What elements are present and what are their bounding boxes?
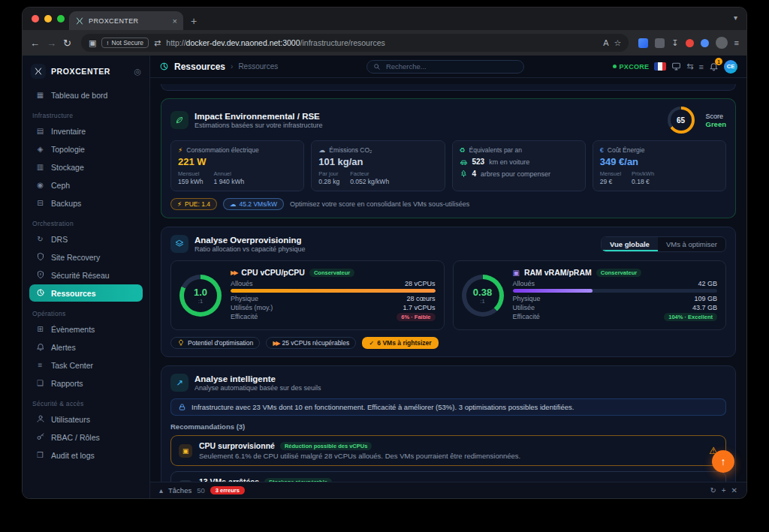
sidebar-item-utilisateurs[interactable]: Utilisateurs (29, 410, 143, 428)
sidebar-item-securite-reseau[interactable]: Sécurité Réseau (29, 266, 143, 284)
ram-ratio-unit: :1 (480, 298, 484, 305)
brand: PROXCENTER ◎ (29, 62, 143, 86)
sidebar-item-inventaire[interactable]: ▤ Inventaire (29, 122, 143, 140)
browser-window: PROXCENTER × + ▾ ← → ↻ ▣ ! Not Secure ⇄ … (23, 8, 746, 498)
browser-toolbar: ← → ↻ ▣ ! Not Secure ⇄ http://docker-dev… (23, 30, 746, 56)
search-input[interactable] (384, 62, 517, 71)
recommendation-stopped-vms[interactable]: ▤ 13 VMs arrêtées Stockage récupérable V… (170, 471, 726, 482)
sparkles-icon: ↗ (170, 374, 188, 392)
metric-tile-equivalents: ♻Équivalents par an 523km en voiture 4ar… (452, 140, 586, 191)
topology-icon: ◈ (35, 145, 45, 153)
cpu-play-icon: ▶▶ (273, 340, 279, 347)
search-box[interactable] (366, 60, 524, 74)
extension-blue-icon[interactable] (701, 39, 709, 47)
display-icon[interactable] (671, 62, 681, 71)
bookmark-star-icon[interactable]: ☆ (614, 39, 621, 47)
row-value: 43.7 GB (692, 304, 717, 311)
grid-icon: ▦ (35, 91, 45, 99)
site-settings-icon[interactable]: ▣ (89, 39, 96, 47)
sidebar-item-task-center[interactable]: ≡ Task Center (29, 356, 143, 374)
translate-icon[interactable]: A (603, 39, 608, 47)
ceph-icon: ◉ (35, 181, 45, 189)
recommendation-badge: Réduction possible des vCPUs (280, 442, 372, 450)
row-value: 109 GB (694, 295, 717, 302)
checklist-icon: ≡ (35, 361, 45, 369)
cpu-ratio-panel: 1.0 :1 ▶▶ CPU vCPU/pCPU Conservateur All… (170, 260, 445, 330)
extension-red-icon[interactable] (686, 39, 694, 47)
sub-value: 0.28 kg (318, 178, 339, 185)
status-add-icon[interactable]: + (722, 486, 726, 494)
browser-menu-icon[interactable]: ≡ (734, 39, 739, 47)
recommendation-cpu-overprovisioned[interactable]: ▣ CPU surprovisionné Réduction possible … (170, 435, 726, 466)
user-avatar[interactable]: CE (724, 60, 737, 74)
sidebar-item-evenements[interactable]: ⊞ Évènements (29, 320, 143, 338)
sidebar-item-backups[interactable]: ⊟ Backups (29, 194, 143, 212)
status-close-icon[interactable]: ✕ (731, 486, 737, 494)
browser-profile-avatar[interactable] (716, 37, 728, 49)
sidebar-item-dashboard[interactable]: ▦ Tableau de bord (29, 86, 143, 104)
sidebar-item-label: Tableau de bord (51, 91, 107, 100)
sidebar-item-rapports[interactable]: ❏ Rapports (29, 374, 143, 392)
sidebar-item-ceph[interactable]: ◉ Ceph (29, 176, 143, 194)
url-text[interactable]: http://docker-dev.dev.naoned.net:3000/in… (166, 38, 384, 47)
user-icon (35, 414, 45, 425)
row-label: Alloués (513, 280, 535, 287)
forward-icon[interactable]: → (47, 38, 56, 48)
swap-icon[interactable]: ⇄ (154, 39, 161, 47)
app-header: Ressources › Ressources PXCORE ⇆ ≡ 1 (150, 56, 746, 78)
sidebar-item-audit-logs[interactable]: ❒ Audit et logs (29, 446, 143, 464)
sidebar-item-site-recovery[interactable]: Site Recovery (29, 248, 143, 266)
tab-search-chevron-icon[interactable]: ▾ (734, 14, 737, 22)
notifications-bell[interactable]: 1 (709, 62, 719, 71)
extensions-puzzle-icon[interactable] (655, 38, 665, 48)
sidebar-item-alertes[interactable]: Alertes (29, 338, 143, 356)
sidebar-item-topologie[interactable]: ◈ Topologie (29, 140, 143, 158)
cloud-icon: ☁ (230, 200, 237, 208)
tab-close-icon[interactable]: × (173, 17, 177, 26)
co2-value: 101 kg/an (318, 156, 437, 167)
green-score-gauge: 65 (668, 107, 695, 134)
address-bar[interactable]: ▣ ! Not Secure ⇄ http://docker-dev.dev.n… (81, 34, 629, 52)
not-secure-label: Not Secure (112, 39, 144, 47)
browser-tab[interactable]: PROXCENTER × (69, 11, 183, 30)
tasks-chevron-up-icon[interactable]: ▴ (159, 486, 163, 494)
row-value: 28 vCPUs (405, 280, 436, 287)
impact-title: Impact Environnemental / RSE (195, 112, 662, 121)
main-scroll-area[interactable]: Impact Environnemental / RSE Estimations… (150, 78, 746, 482)
window-zoom-button[interactable] (57, 15, 65, 23)
download-icon[interactable]: ↧ (671, 39, 678, 47)
sidebar-item-label: Topologie (51, 145, 85, 154)
new-tab-button[interactable]: + (191, 15, 197, 27)
tab-vue-globale[interactable]: Vue globale (602, 237, 658, 251)
sidebar-item-rbac-roles[interactable]: RBAC / Rôles (29, 428, 143, 446)
tasks-label[interactable]: Tâches (168, 486, 191, 494)
errors-badge[interactable]: 3 erreurs (210, 486, 245, 494)
window-minimize-button[interactable] (44, 15, 52, 23)
cpu-chip-icon: ▣ (179, 444, 192, 458)
analysis-card: ↗ Analyse intelligente Analyse automatiq… (161, 365, 736, 482)
ram-efficiency-badge: 104% · Excellent (664, 313, 717, 321)
reload-icon[interactable]: ↻ (63, 38, 71, 48)
language-flag-icon[interactable] (654, 62, 666, 71)
queue-icon[interactable]: ≡ (699, 62, 704, 71)
routes-icon[interactable]: ⇆ (686, 62, 693, 71)
rightsize-badge: ✓6 VMs à rightsizer (362, 337, 438, 349)
status-refresh-icon[interactable]: ↻ (710, 486, 716, 494)
extension-icon[interactable] (638, 38, 648, 48)
sub-value: 0.052 kg/kWh (350, 178, 389, 185)
scroll-to-top-button[interactable]: ↑ (712, 450, 734, 473)
app-root: PROXCENTER ◎ ▦ Tableau de bord Infrastru… (23, 56, 746, 498)
sidebar-item-stockage[interactable]: ▥ Stockage (29, 158, 143, 176)
row-label: Physique (513, 295, 541, 302)
row-value: 42 GB (698, 280, 717, 287)
impact-subtitle: Estimations basées sur votre infrastruct… (195, 122, 662, 129)
ram-ratio-panel: 0.38 :1 ▣ RAM vRAM/pRAM Conservateur All… (453, 260, 727, 330)
sidebar-item-ressources[interactable]: Ressources (29, 284, 143, 302)
not-secure-badge[interactable]: ! Not Secure (101, 38, 149, 48)
window-close-button[interactable] (32, 15, 39, 23)
tab-vms-a-optimiser[interactable]: VMs à optimiser (658, 237, 725, 251)
optimization-potential-badge: Potentiel d'optimisation (170, 337, 260, 349)
sidebar-item-drs[interactable]: ↻ DRS (29, 230, 143, 248)
sidebar-collapse-icon[interactable]: ◎ (134, 67, 141, 77)
back-icon[interactable]: ← (30, 38, 40, 48)
